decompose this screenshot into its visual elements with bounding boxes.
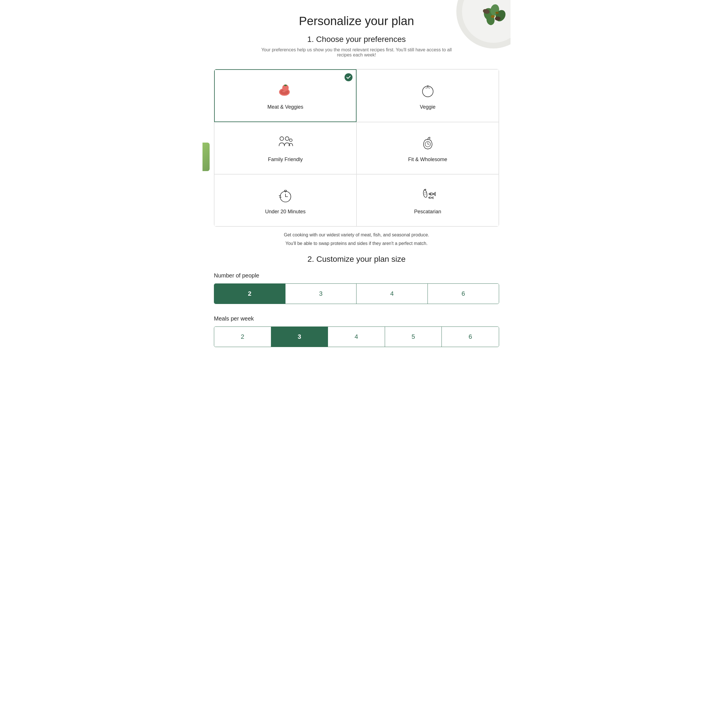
fish-icon bbox=[419, 186, 437, 204]
meals-option-3[interactable]: 3 bbox=[271, 327, 328, 347]
svg-point-9 bbox=[495, 12, 499, 14]
pref-card-family-friendly[interactable]: Family Friendly bbox=[214, 122, 356, 174]
people-option-3[interactable]: 3 bbox=[285, 284, 357, 304]
meals-label: Meals per week bbox=[214, 315, 499, 322]
pref-label-pescatarian: Pescatarian bbox=[414, 209, 441, 215]
page-container: Personalize your plan 1. Choose your pre… bbox=[203, 0, 510, 376]
svg-point-17 bbox=[280, 137, 283, 140]
people-option-6[interactable]: 6 bbox=[428, 284, 499, 304]
fit-icon bbox=[419, 134, 437, 152]
people-option-4[interactable]: 4 bbox=[356, 284, 428, 304]
check-badge bbox=[345, 73, 352, 81]
meat-veggies-icon bbox=[276, 81, 295, 100]
step1-subtitle: Your preferences help us show you the mo… bbox=[257, 47, 456, 58]
pref-label-family-friendly: Family Friendly bbox=[268, 157, 303, 163]
svg-point-18 bbox=[285, 137, 289, 140]
plate-decoration bbox=[445, 0, 510, 57]
preferences-grid: Meat & Veggies Veggie bbox=[214, 69, 499, 227]
meals-selector: 23456 bbox=[214, 327, 499, 347]
meals-option-5[interactable]: 5 bbox=[385, 327, 442, 347]
meals-option-2[interactable]: 2 bbox=[214, 327, 271, 347]
step2-title: 2. Customize your plan size bbox=[214, 255, 499, 264]
pref-card-under-20[interactable]: Under 20 Minutes bbox=[214, 174, 356, 227]
svg-point-19 bbox=[289, 139, 292, 142]
svg-point-31 bbox=[429, 197, 430, 198]
left-food-decoration bbox=[203, 143, 210, 171]
pref-card-veggie[interactable]: Veggie bbox=[356, 69, 499, 122]
veggie-icon bbox=[419, 81, 437, 100]
timer-icon bbox=[276, 186, 295, 204]
people-selector: 2346 bbox=[214, 283, 499, 304]
pref-label-veggie: Veggie bbox=[420, 104, 436, 110]
svg-point-30 bbox=[430, 193, 431, 194]
people-label: Number of people bbox=[214, 272, 499, 279]
svg-point-8 bbox=[491, 15, 495, 18]
plan-size-section: 2. Customize your plan size Number of pe… bbox=[214, 255, 499, 347]
pref-label-under-20: Under 20 Minutes bbox=[265, 209, 306, 215]
meals-option-6[interactable]: 6 bbox=[442, 327, 499, 347]
svg-rect-24 bbox=[284, 190, 286, 192]
description2: You'll be able to swap proteins and side… bbox=[214, 241, 499, 246]
pref-card-fit-wholesome[interactable]: Fit & Wholesome bbox=[356, 122, 499, 174]
people-option-2[interactable]: 2 bbox=[214, 284, 285, 304]
pref-card-meat-veggies[interactable]: Meat & Veggies bbox=[214, 69, 356, 122]
family-icon bbox=[276, 134, 295, 152]
pref-card-pescatarian[interactable]: Pescatarian bbox=[356, 174, 499, 227]
meals-option-4[interactable]: 4 bbox=[328, 327, 385, 347]
pref-label-meat-veggies: Meat & Veggies bbox=[267, 104, 303, 110]
pref-label-fit-wholesome: Fit & Wholesome bbox=[408, 157, 447, 163]
svg-point-14 bbox=[282, 91, 285, 92]
description1: Get cooking with our widest variety of m… bbox=[214, 233, 499, 237]
